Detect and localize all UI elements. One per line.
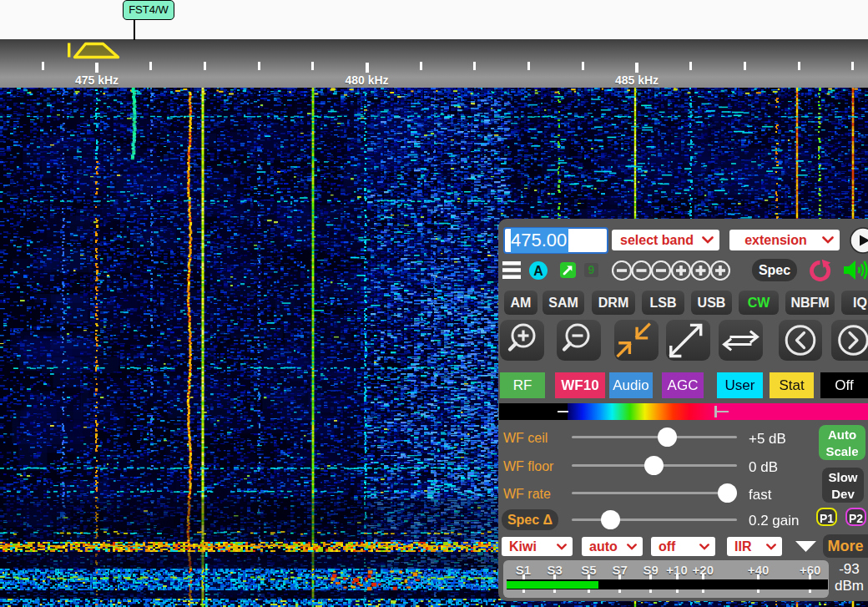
- svg-text:A: A: [533, 264, 543, 278]
